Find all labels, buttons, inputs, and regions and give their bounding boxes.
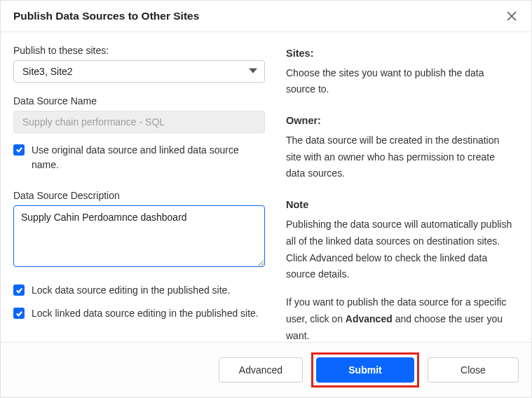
dialog-footer: Advanced Submit Close [1,342,531,397]
use-original-checkbox[interactable] [13,144,25,156]
submit-highlight: Submit [311,352,419,387]
sites-dropdown[interactable]: Site3, Site2 [13,60,265,83]
chevron-down-icon [249,66,257,77]
ds-name-input [13,111,265,133]
form-panel: Publish to these sites: Site3, Site2 Dat… [1,32,278,342]
info-note-text2: If you want to publish the data source f… [286,294,516,342]
dialog-title: Publish Data Sources to Other Sites [13,10,199,22]
info-panel: Sites: Choose the sites you want to publ… [278,32,531,342]
submit-button[interactable]: Submit [316,357,414,383]
close-icon[interactable] [505,9,519,23]
info-note-bold: Advanced [346,313,393,324]
sites-dropdown-value: Site3, Site2 [22,66,73,77]
lock-ds-label: Lock data source editing in the publishe… [32,283,230,298]
use-original-checkbox-row: Use original data source and linked data… [13,143,265,172]
use-original-label: Use original data source and linked data… [32,143,265,172]
dialog-body: Publish to these sites: Site3, Site2 Dat… [1,32,531,342]
sites-label: Publish to these sites: [13,45,265,56]
info-note-text1: Publishing the data source will automati… [286,217,516,283]
close-button[interactable]: Close [428,357,519,383]
dialog-header: Publish Data Sources to Other Sites [1,1,531,32]
desc-label: Data Source Description [13,190,265,201]
advanced-button[interactable]: Advanced [219,357,303,383]
info-note-heading: Note [286,196,516,214]
lock-ds-checkbox[interactable] [13,284,25,296]
description-textarea[interactable] [13,205,265,268]
publish-dialog: Publish Data Sources to Other Sites Publ… [0,0,532,398]
info-owner-text: The data source will be created in the d… [286,132,516,182]
info-sites-heading: Sites: [286,45,516,62]
info-sites-text: Choose the sites you want to publish the… [286,65,516,99]
lock-linked-checkbox[interactable] [13,308,25,319]
lock-linked-label: Lock linked data source editing in the p… [32,306,259,321]
lock-linked-row: Lock linked data source editing in the p… [13,306,265,321]
info-owner-heading: Owner: [286,112,516,130]
ds-name-label: Data Source Name [13,95,265,107]
lock-ds-row: Lock data source editing in the publishe… [13,283,265,298]
